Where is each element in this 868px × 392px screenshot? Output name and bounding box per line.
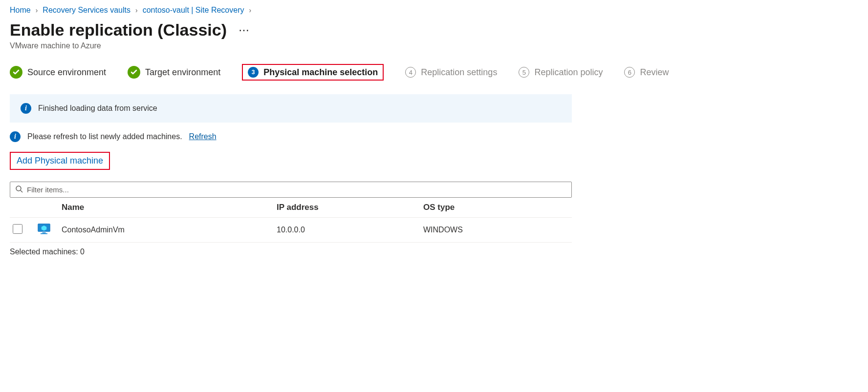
step-review[interactable]: 6 Review	[624, 67, 669, 78]
machine-os: WINDOWS	[423, 226, 569, 234]
step-label: Target environment	[145, 67, 220, 78]
breadcrumb-vault[interactable]: contoso-vault | Site Recovery	[143, 6, 244, 15]
check-icon	[128, 66, 140, 79]
step-source-environment[interactable]: Source environment	[10, 66, 106, 79]
search-icon	[15, 185, 23, 194]
machines-table: Name IP address OS type ContosoAdminVm 1…	[10, 198, 572, 243]
info-banner: i Finished loading data from service	[10, 94, 572, 123]
check-icon	[10, 66, 22, 79]
table-row[interactable]: ContosoAdminVm 10.0.0.0 WINDOWS	[10, 217, 572, 243]
step-number-icon: 3	[248, 67, 259, 78]
refresh-hint-text: Please refresh to list newly added machi…	[27, 132, 182, 141]
column-name: Name	[62, 203, 277, 212]
svg-rect-5	[41, 233, 47, 234]
column-os: OS type	[423, 203, 569, 212]
step-number-icon: 5	[519, 67, 529, 78]
chevron-right-icon: ›	[135, 6, 138, 14]
svg-point-0	[16, 186, 21, 191]
step-number-icon: 4	[405, 67, 416, 78]
refresh-hint: i Please refresh to list newly added mac…	[10, 131, 858, 142]
machine-name: ContosoAdminVm	[62, 226, 277, 234]
machine-ip: 10.0.0.0	[277, 226, 423, 234]
row-checkbox[interactable]	[13, 224, 22, 234]
step-label: Replication settings	[421, 67, 497, 78]
refresh-link[interactable]: Refresh	[189, 132, 217, 141]
filter-box[interactable]	[10, 182, 572, 198]
info-icon: i	[10, 131, 21, 142]
step-physical-machine-selection[interactable]: 3 Physical machine selection	[242, 64, 384, 81]
more-actions-button[interactable]: ⋯	[239, 24, 250, 37]
step-label: Replication policy	[534, 67, 603, 78]
chevron-right-icon: ›	[249, 6, 251, 14]
info-banner-text: Finished loading data from service	[38, 104, 157, 113]
step-replication-settings[interactable]: 4 Replication settings	[405, 67, 497, 78]
step-label: Physical machine selection	[263, 67, 378, 78]
svg-rect-4	[43, 232, 46, 233]
chevron-right-icon: ›	[36, 6, 38, 14]
column-ip: IP address	[277, 203, 423, 212]
step-target-environment[interactable]: Target environment	[128, 66, 220, 79]
step-number-icon: 6	[624, 67, 635, 78]
breadcrumb: Home › Recovery Services vaults › contos…	[10, 6, 858, 15]
step-label: Source environment	[27, 67, 106, 78]
filter-input[interactable]	[27, 186, 566, 194]
step-replication-policy[interactable]: 5 Replication policy	[519, 67, 603, 78]
page-title: Enable replication (Classic)	[10, 21, 227, 40]
add-physical-machine-button[interactable]: Add Physical machine	[17, 156, 103, 165]
breadcrumb-home[interactable]: Home	[10, 6, 31, 15]
info-icon: i	[21, 103, 31, 114]
selected-machines-count: Selected machines: 0	[10, 248, 858, 256]
breadcrumb-vaults[interactable]: Recovery Services vaults	[43, 6, 130, 15]
step-label: Review	[640, 67, 669, 78]
svg-line-1	[21, 190, 22, 192]
page-subtitle: VMware machine to Azure	[10, 41, 858, 50]
wizard-stepper: Source environment Target environment 3 …	[10, 64, 858, 81]
table-header: Name IP address OS type	[10, 198, 572, 217]
vm-icon	[37, 223, 62, 237]
